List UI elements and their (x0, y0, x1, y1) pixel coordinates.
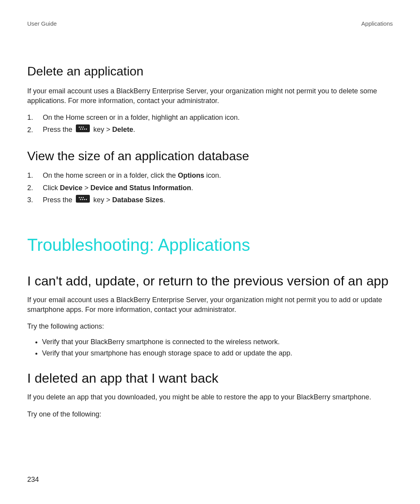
step-2-text-a: Press the (43, 126, 74, 134)
header-right: Applications (361, 19, 393, 28)
bullet-2: Verify that your smartphone has enough s… (42, 348, 393, 358)
svg-rect-8 (76, 195, 90, 203)
page: User Guide Applications Delete an applic… (0, 0, 420, 504)
menu-key-icon (76, 195, 90, 205)
heading-delete-app: Delete an application (27, 63, 393, 80)
svg-point-3 (83, 127, 84, 128)
step-2-text-b: key > (91, 126, 112, 134)
step-2-text-e: . (191, 184, 193, 192)
step-2-bold-2: Device and Status Information (91, 184, 191, 192)
svg-rect-0 (76, 124, 90, 132)
svg-point-13 (82, 199, 83, 200)
svg-point-4 (80, 129, 81, 130)
para-cant-add: If your email account uses a BlackBerry … (27, 295, 393, 315)
svg-point-11 (83, 197, 84, 198)
para-delete-app: If your email account uses a BlackBerry … (27, 86, 393, 106)
svg-point-1 (79, 127, 80, 128)
steps-view-db: On the home screen or in a folder, click… (27, 171, 393, 206)
step-2-bold: Delete (112, 126, 133, 134)
page-number: 234 (27, 475, 39, 485)
svg-point-9 (79, 197, 80, 198)
step-2-bold-1: Device (60, 184, 82, 192)
step-3-text-b: key > (91, 196, 112, 204)
svg-point-14 (84, 199, 85, 200)
svg-point-5 (82, 129, 83, 130)
step-2-text-c: > (82, 184, 91, 192)
step-3-bold: Database Sizes (112, 196, 163, 204)
steps-delete-app: On the Home screen or in a folder, highl… (27, 113, 393, 135)
svg-point-15 (86, 199, 87, 200)
bullets-cant-add: Verify that your BlackBerry smartphone i… (27, 337, 393, 358)
step-3-text-a: Press the (43, 196, 74, 204)
header-left: User Guide (27, 19, 57, 28)
step-1: On the home screen or in a folder, click… (35, 171, 393, 180)
svg-point-6 (84, 129, 85, 130)
step-1: On the Home screen or in a folder, highl… (35, 113, 393, 122)
menu-key-icon (76, 124, 90, 135)
svg-point-10 (81, 197, 82, 198)
heading-deleted-app: I deleted an app that I want back (27, 370, 393, 387)
heading-troubleshoot: Troubleshooting: Applications (27, 233, 393, 257)
svg-point-12 (80, 199, 81, 200)
step-2-text-a: Click (43, 184, 60, 192)
step-3: Press the key > Database Sizes. (35, 195, 393, 206)
step-1-bold: Options (178, 172, 204, 179)
step-2: Click Device > Device and Status Informa… (35, 183, 393, 193)
step-1-text-c: icon. (204, 172, 221, 179)
heading-cant-add: I can't add, update, or return to the pr… (27, 273, 393, 289)
svg-point-7 (86, 129, 87, 130)
step-2: Press the key > Delete. (35, 125, 393, 135)
step-1-text-a: On the home screen or in a folder, click… (43, 172, 178, 179)
para-deleted-app: If you delete an app that you downloaded… (27, 392, 393, 402)
bullet-1: Verify that your BlackBerry smartphone i… (42, 337, 393, 347)
page-header: User Guide Applications (27, 19, 393, 28)
try-deleted-app: Try one of the following: (27, 410, 393, 419)
step-2-text-d: . (133, 126, 135, 134)
svg-point-2 (81, 127, 82, 128)
try-cant-add: Try the following actions: (27, 322, 393, 331)
heading-view-db: View the size of an application database (27, 147, 393, 165)
step-3-text-d: . (163, 196, 165, 204)
